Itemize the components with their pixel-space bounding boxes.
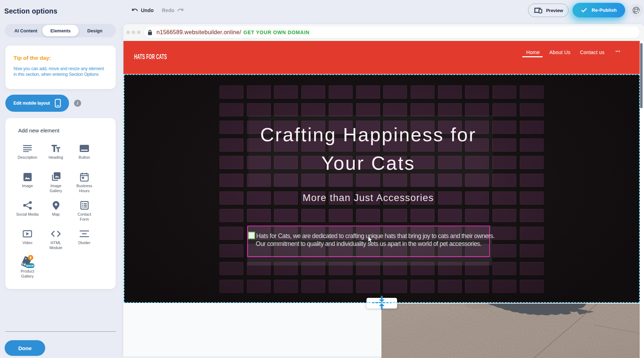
svg-text:SHOP: SHOP <box>26 264 34 268</box>
